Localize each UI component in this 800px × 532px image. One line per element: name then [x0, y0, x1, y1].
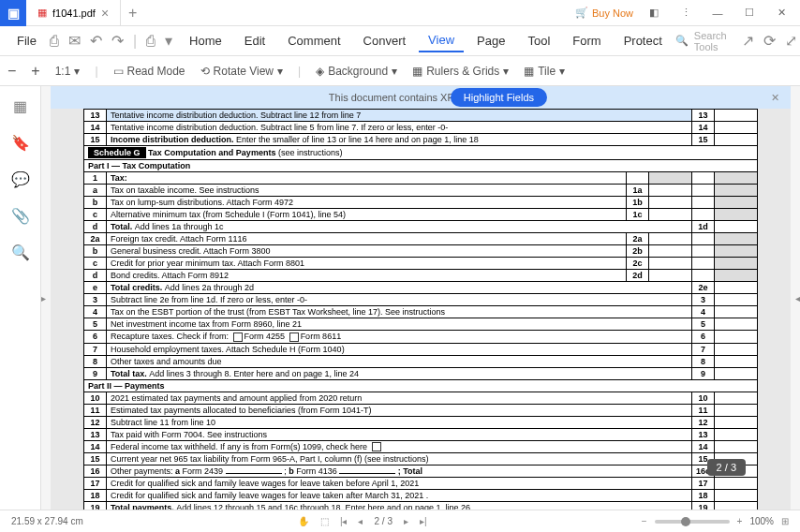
new-tab-button[interactable]: +: [121, 5, 144, 22]
print-icon-2[interactable]: ⎙: [146, 33, 156, 50]
menu-page[interactable]: Page: [467, 30, 514, 52]
print-icon[interactable]: ⎙: [50, 33, 59, 50]
form-8611-checkbox[interactable]: [289, 332, 299, 342]
tab-filename: f1041.pdf: [52, 7, 96, 19]
first-page-icon[interactable]: |◂: [340, 516, 348, 526]
background-icon: ◈: [316, 65, 324, 78]
menu-comment[interactable]: Comment: [278, 30, 349, 52]
zoom-slider[interactable]: [655, 520, 730, 524]
rulers-grids-button[interactable]: ▦ Rulers & Grids▾: [412, 65, 509, 78]
info-close-icon[interactable]: ✕: [771, 92, 779, 104]
undo-icon[interactable]: ↶: [90, 32, 102, 50]
mail-icon[interactable]: ✉: [68, 32, 81, 50]
info-text: This document contains XFA form fields.: [62, 92, 779, 103]
cart-icon: 🛒: [575, 7, 588, 19]
pdf-icon: ▦: [37, 7, 47, 19]
zoom-in-button[interactable]: +: [737, 516, 743, 526]
menu-protect[interactable]: Protect: [615, 30, 672, 52]
ruler-icon: ▦: [412, 65, 422, 78]
part2-header: Part II — Payments: [84, 379, 758, 392]
right-panel-chevron[interactable]: ◂: [791, 86, 800, 510]
search-icon: 🔍: [675, 35, 689, 47]
prev-page-icon[interactable]: ◂: [358, 516, 363, 526]
attachments-icon[interactable]: 📎: [11, 207, 30, 225]
fit-window-icon[interactable]: ⊞: [781, 516, 789, 526]
hand-tool-icon[interactable]: ✋: [298, 516, 309, 526]
zoom-level[interactable]: 100%: [749, 516, 774, 526]
background-button[interactable]: ◈ Background▾: [316, 65, 397, 78]
document-viewport[interactable]: This document contains XFA form fields. …: [51, 86, 791, 510]
thumbnails-icon[interactable]: ▦: [13, 97, 27, 115]
highlight-fields-button[interactable]: Highlight Fields: [451, 88, 547, 107]
form-table: 13Tentative income distribution deductio…: [83, 109, 758, 510]
left-sidebar: ▦ 🔖 💬 📎 🔍: [0, 86, 41, 510]
read-mode-button[interactable]: ▭ Read Mode: [113, 65, 185, 78]
fit-page-button[interactable]: 1:1▾: [55, 65, 81, 78]
book-icon: ▭: [113, 65, 124, 78]
cloud-icon[interactable]: ⟳: [763, 32, 776, 50]
part1-header: Part I — Tax Computation: [84, 160, 758, 172]
zoom-out-icon[interactable]: −: [7, 63, 16, 80]
expand-icon[interactable]: ⤢: [785, 32, 797, 50]
zoom-in-icon[interactable]: +: [31, 63, 39, 80]
1099-checkbox[interactable]: [372, 442, 381, 451]
menu-form[interactable]: Form: [563, 30, 610, 52]
menu-icon[interactable]: ⋮: [674, 2, 697, 24]
tile-button[interactable]: ▦ Tile▾: [524, 65, 565, 78]
zoom-out-button[interactable]: −: [642, 516, 647, 526]
page-dimensions: 21.59 x 27.94 cm: [11, 516, 83, 526]
open-external-icon[interactable]: ↗: [742, 32, 754, 50]
xfa-info-bar: This document contains XFA form fields. …: [51, 86, 791, 109]
search-tools[interactable]: 🔍 Search Tools: [675, 30, 727, 52]
rotate-icon: ⟲: [200, 65, 210, 78]
redo-icon[interactable]: ↷: [111, 32, 124, 50]
menubar: File ⎙ ✉ ↶ ↷ | ⎙ ▾ Home Edit Comment Con…: [0, 26, 800, 56]
file-menu[interactable]: File: [7, 30, 46, 52]
maximize-button[interactable]: ☐: [738, 2, 761, 24]
status-bar: 21.59 x 27.94 cm ✋ ⬚ |◂ ◂ 2 / 3 ▸ ▸| − +…: [0, 510, 800, 532]
close-window-button[interactable]: ✕: [770, 2, 793, 24]
rotate-view-button[interactable]: ⟲ Rotate View▾: [200, 65, 283, 78]
page-counter-overlay: 2 / 3: [707, 459, 746, 476]
schedule-g-header: Schedule G Tax Computation and Payments …: [84, 146, 758, 160]
pdf-page: 13Tentative income distribution deductio…: [83, 109, 758, 510]
form-4255-checkbox[interactable]: [233, 332, 243, 342]
close-tab-icon[interactable]: ×: [101, 6, 109, 21]
buy-now-link[interactable]: 🛒 Buy Now: [575, 7, 633, 19]
comments-icon[interactable]: 💬: [11, 170, 30, 188]
last-page-icon[interactable]: ▸|: [420, 516, 427, 526]
next-page-icon[interactable]: ▸: [404, 516, 408, 526]
notification-icon[interactable]: ◧: [643, 2, 665, 24]
sidebar-expand-chevron[interactable]: ▸: [41, 86, 51, 510]
bookmarks-icon[interactable]: 🔖: [11, 134, 30, 152]
app-icon: ▣: [0, 0, 26, 26]
menu-home[interactable]: Home: [180, 30, 231, 52]
page-input[interactable]: 2 / 3: [374, 516, 392, 526]
search-sidebar-icon[interactable]: 🔍: [11, 244, 30, 261]
view-toolbar: − + 1:1▾ | ▭ Read Mode ⟲ Rotate View▾ | …: [0, 56, 800, 86]
menu-view[interactable]: View: [419, 29, 464, 52]
select-tool-icon[interactable]: ⬚: [320, 516, 329, 526]
menu-edit[interactable]: Edit: [235, 30, 274, 52]
titlebar: ▣ ▦ f1041.pdf × + 🛒 Buy Now ◧ ⋮ — ☐ ✕: [0, 0, 800, 26]
dropdown-icon[interactable]: ▾: [165, 32, 172, 50]
menu-convert[interactable]: Convert: [354, 30, 416, 52]
menu-tool[interactable]: Tool: [518, 30, 559, 52]
document-tab[interactable]: ▦ f1041.pdf ×: [26, 0, 121, 26]
content-area: ▦ 🔖 💬 📎 🔍 ▸ This document contains XFA f…: [0, 86, 800, 510]
tile-icon: ▦: [524, 65, 534, 78]
minimize-button[interactable]: —: [706, 2, 729, 24]
